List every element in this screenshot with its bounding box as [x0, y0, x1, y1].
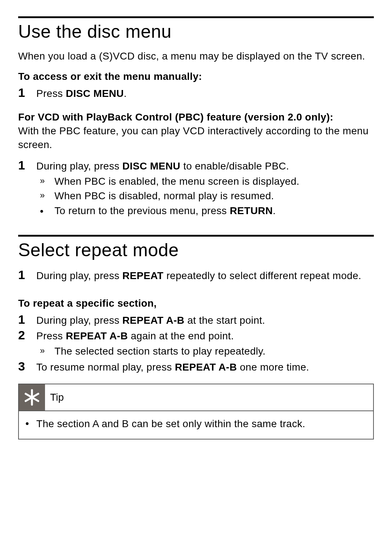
- sub-item: » When PBC is enabled, the menu screen i…: [36, 175, 374, 188]
- text: During play, press: [36, 315, 122, 326]
- button-name: DISC MENU: [122, 160, 180, 172]
- sub-list: » The selected section starts to play re…: [36, 344, 374, 358]
- text: at the start point.: [184, 315, 265, 326]
- step-list: 1 During play, press DISC MENU to enable…: [18, 158, 374, 218]
- sub-text: When PBC is disabled, normal play is res…: [54, 189, 374, 203]
- button-name: REPEAT A-B: [175, 361, 237, 373]
- tip-box: Tip • The section A and B can be set onl…: [18, 384, 374, 440]
- document-page: Use the disc menu When you load a (S)VCD…: [0, 0, 392, 556]
- sub-list: » When PBC is enabled, the menu screen i…: [36, 175, 374, 218]
- intro-paragraph: When you load a (S)VCD disc, a menu may …: [18, 49, 374, 63]
- section-heading: Select repeat mode: [18, 240, 374, 261]
- text: repeatedly to select different repeat mo…: [163, 270, 361, 281]
- tip-text: The section A and B can be set only with…: [36, 417, 369, 431]
- bullet-icon: •: [23, 417, 36, 430]
- subheading: To repeat a specific section,: [18, 297, 374, 310]
- step-text: Press REPEAT A-B again at the end point.: [36, 328, 374, 343]
- sub-text: The selected section starts to play repe…: [54, 344, 374, 358]
- sub-item: • To return to the previous menu, press …: [36, 204, 374, 218]
- arrow-bullet-icon: »: [36, 344, 54, 357]
- step-list: 1 Press DISC MENU.: [18, 86, 374, 101]
- text: .: [273, 205, 275, 216]
- step-item: 1 During play, press REPEAT A-B at the s…: [18, 312, 374, 327]
- text: .: [124, 88, 127, 99]
- step-item: 1 During play, press DISC MENU to enable…: [18, 158, 374, 173]
- button-name: RETURN: [230, 205, 273, 216]
- sub-text: To return to the previous menu, press RE…: [54, 204, 374, 218]
- step-number: 1: [18, 312, 36, 327]
- arrow-bullet-icon: »: [36, 175, 54, 187]
- step-list: 1 During play, press REPEAT A-B at the s…: [18, 312, 374, 374]
- sub-item: » The selected section starts to play re…: [36, 344, 374, 358]
- step-item: 1 Press DISC MENU.: [18, 86, 374, 101]
- step-list: 1 During play, press REPEAT repeatedly t…: [18, 268, 374, 283]
- text: Press: [36, 88, 66, 99]
- text: To resume normal play, press: [36, 361, 175, 373]
- step-number: 1: [18, 268, 36, 282]
- step-item: 1 During play, press REPEAT repeatedly t…: [18, 268, 374, 283]
- button-name: REPEAT A-B: [122, 315, 184, 326]
- text: one more time.: [237, 361, 309, 373]
- text: During play, press: [36, 160, 122, 172]
- step-number: 3: [18, 359, 36, 373]
- text: Press: [36, 330, 66, 342]
- step-item: 2 Press REPEAT A-B again at the end poin…: [18, 328, 374, 343]
- step-number: 1: [18, 86, 36, 100]
- step-number: 2: [18, 328, 36, 342]
- text: to enable/disable PBC.: [180, 160, 289, 172]
- subheading-bold: For VCD with PlayBack Control (PBC) feat…: [18, 111, 333, 123]
- subheading-paragraph: For VCD with PlayBack Control (PBC) feat…: [18, 110, 374, 151]
- tip-body: • The section A and B can be set only wi…: [19, 411, 373, 439]
- sub-text: When PBC is enabled, the menu screen is …: [54, 175, 374, 188]
- step-text: During play, press DISC MENU to enable/d…: [36, 158, 374, 173]
- step-text: Press DISC MENU.: [36, 86, 374, 101]
- tip-asterisk-icon: [19, 384, 45, 410]
- tip-label: Tip: [45, 392, 64, 403]
- tip-header: Tip: [19, 384, 373, 411]
- step-number: 1: [18, 158, 36, 172]
- divider: [18, 235, 374, 237]
- section-heading: Use the disc menu: [18, 21, 374, 42]
- step-text: During play, press REPEAT repeatedly to …: [36, 268, 374, 283]
- text: To return to the previous menu, press: [54, 205, 230, 216]
- subheading: To access or exit the menu manually:: [18, 70, 374, 83]
- button-name: REPEAT: [122, 270, 163, 281]
- bullet-icon: •: [36, 204, 54, 218]
- text: again at the end point.: [128, 330, 234, 342]
- divider: [18, 16, 374, 18]
- button-name: DISC MENU: [66, 88, 124, 99]
- step-text: To resume normal play, press REPEAT A-B …: [36, 359, 374, 374]
- step-text: During play, press REPEAT A-B at the sta…: [36, 312, 374, 327]
- step-item: 3 To resume normal play, press REPEAT A-…: [18, 359, 374, 374]
- text: During play, press: [36, 270, 122, 281]
- button-name: REPEAT A-B: [66, 330, 128, 342]
- sub-item: » When PBC is disabled, normal play is r…: [36, 189, 374, 203]
- arrow-bullet-icon: »: [36, 189, 54, 201]
- text: With the PBC feature, you can play VCD i…: [18, 125, 368, 150]
